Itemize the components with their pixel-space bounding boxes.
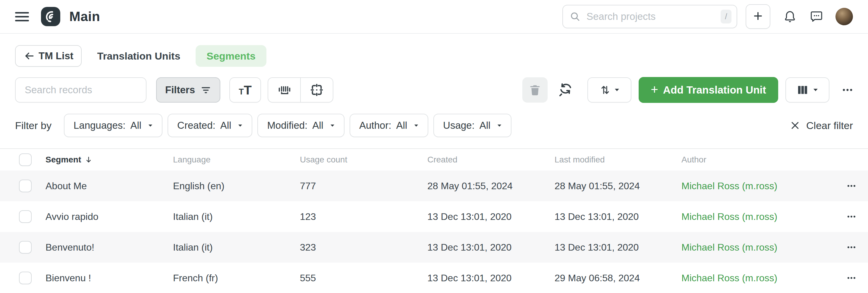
trash-icon [528, 83, 541, 97]
cell-author-link[interactable]: Michael Ross (m.ross) [681, 211, 823, 222]
feedback-comment-icon[interactable] [809, 10, 824, 24]
toolbar: Filters TT [0, 77, 868, 103]
search-shortcut-badge: / [721, 10, 732, 24]
filter-pill-value: All [220, 120, 231, 131]
filter-pill-modified[interactable]: Modified: All [257, 114, 344, 137]
cell-language: French (fr) [173, 272, 300, 284]
menu-icon[interactable] [15, 10, 31, 23]
cell-last-modified: 13 Dec 13:01, 2020 [555, 211, 681, 222]
cell-last-modified: 28 May 01:55, 2024 [555, 181, 681, 192]
select-all-checkbox[interactable] [19, 153, 32, 166]
delete-button[interactable] [522, 77, 548, 103]
filter-pill-created[interactable]: Created: All [167, 114, 252, 137]
column-header-language[interactable]: Language [173, 155, 300, 164]
cell-usage-count: 123 [300, 211, 427, 222]
records-search[interactable] [15, 77, 147, 103]
project-search[interactable]: / [562, 5, 737, 28]
columns-dropdown-button[interactable] [785, 77, 830, 103]
column-header-last-modified[interactable]: Last modified [555, 155, 681, 164]
filter-pill-name: Languages: [73, 120, 126, 131]
cell-usage-count: 323 [300, 242, 427, 253]
filter-pill-name: Usage: [443, 120, 475, 131]
chevron-down-icon [813, 88, 818, 92]
table-header: Segment Language Usage count Created Las… [0, 149, 868, 171]
more-options-icon[interactable] [842, 88, 853, 92]
table-row[interactable]: Benvenuto! Italian (it) 323 13 Dec 13:01… [0, 232, 868, 263]
arrow-left-icon [24, 50, 35, 62]
filter-pills: Languages: All Created: All Modified: Al… [59, 114, 512, 137]
filter-pill-languages[interactable]: Languages: All [64, 114, 162, 137]
cell-created: 13 Dec 13:01, 2020 [427, 211, 555, 222]
filter-lines-icon [200, 84, 211, 95]
tab-translation-units[interactable]: Translation Units [97, 50, 180, 62]
row-more-options-icon[interactable] [847, 215, 856, 218]
text-size-button[interactable]: TT [229, 77, 261, 103]
table-body: About Me English (en) 777 28 May 01:55, … [0, 171, 868, 293]
row-checkbox[interactable] [19, 180, 32, 192]
tabs-bar: TM List Translation Units Segments [0, 45, 868, 67]
create-project-button[interactable]: + [746, 4, 770, 29]
filter-pill-usage[interactable]: Usage: All [433, 114, 512, 137]
cell-created: 13 Dec 13:01, 2020 [427, 242, 555, 253]
row-checkbox[interactable] [19, 272, 32, 284]
filter-pill-value: All [479, 120, 491, 131]
row-more-options-icon[interactable] [847, 184, 856, 187]
table-row[interactable]: About Me English (en) 777 28 May 01:55, … [0, 171, 868, 201]
cell-language: Italian (it) [173, 242, 300, 253]
row-more-options-icon[interactable] [847, 277, 856, 280]
chevron-down-icon [414, 124, 418, 127]
records-search-input[interactable] [24, 84, 137, 96]
cell-segment: Bienvenu ! [45, 272, 173, 284]
cell-language: Italian (it) [173, 211, 300, 222]
filter-pill-value: All [396, 120, 407, 131]
cell-language: English (en) [173, 181, 300, 192]
filters-button-label: Filters [165, 84, 195, 96]
text-size-icon: TT [239, 83, 252, 98]
chevron-down-icon [497, 124, 502, 127]
cell-last-modified: 13 Dec 13:01, 2020 [555, 242, 681, 253]
filter-pill-value: All [312, 120, 323, 131]
search-replace-icon[interactable] [558, 82, 574, 98]
user-avatar[interactable] [835, 8, 853, 25]
cell-author-link[interactable]: Michael Ross (m.ross) [681, 181, 823, 192]
filter-pill-name: Created: [177, 120, 216, 131]
cell-usage-count: 555 [300, 272, 427, 284]
clear-filter-button[interactable]: Clear filter [790, 120, 853, 132]
column-header-author[interactable]: Author [681, 155, 823, 164]
cell-usage-count: 777 [300, 181, 427, 192]
barcode-view-button[interactable] [268, 78, 300, 102]
project-search-input[interactable] [586, 10, 715, 23]
filters-button[interactable]: Filters [156, 77, 220, 103]
table-row[interactable]: Bienvenu ! French (fr) 555 13 Dec 13:01,… [0, 263, 868, 293]
cell-author-link[interactable]: Michael Ross (m.ross) [681, 242, 823, 253]
filter-pill-name: Author: [359, 120, 391, 131]
plus-icon: + [753, 8, 763, 24]
columns-icon [797, 84, 809, 96]
cell-created: 28 May 01:55, 2024 [427, 181, 555, 192]
column-header-usage-count[interactable]: Usage count [300, 155, 427, 164]
cell-last-modified: 29 May 06:58, 2024 [555, 272, 681, 284]
row-more-options-icon[interactable] [847, 246, 856, 249]
barcode-icon [277, 83, 291, 97]
add-translation-unit-button[interactable]: + Add Translation Unit [639, 77, 778, 103]
notifications-bell-icon[interactable] [783, 10, 797, 24]
close-icon [790, 120, 800, 131]
column-header-created[interactable]: Created [427, 155, 555, 164]
cell-segment: About Me [45, 181, 173, 192]
add-translation-unit-label: Add Translation Unit [663, 84, 766, 96]
cell-author-link[interactable]: Michael Ross (m.ross) [681, 272, 823, 284]
tab-segments[interactable]: Segments [195, 45, 267, 67]
column-header-segment[interactable]: Segment [45, 155, 173, 164]
row-checkbox[interactable] [19, 241, 32, 254]
filter-by-label: Filter by [15, 120, 52, 132]
row-checkbox[interactable] [19, 210, 32, 223]
chevron-down-icon [238, 124, 243, 127]
app-logo[interactable] [41, 7, 60, 26]
sort-dropdown-button[interactable] [587, 77, 631, 103]
filter-pill-author[interactable]: Author: All [350, 114, 428, 137]
back-to-tm-list-button[interactable]: TM List [15, 45, 82, 67]
chevron-down-icon [148, 124, 153, 127]
focus-frame-button[interactable] [301, 78, 333, 102]
sort-arrows-icon [599, 84, 611, 96]
table-row[interactable]: Avvio rapido Italian (it) 123 13 Dec 13:… [0, 201, 868, 232]
